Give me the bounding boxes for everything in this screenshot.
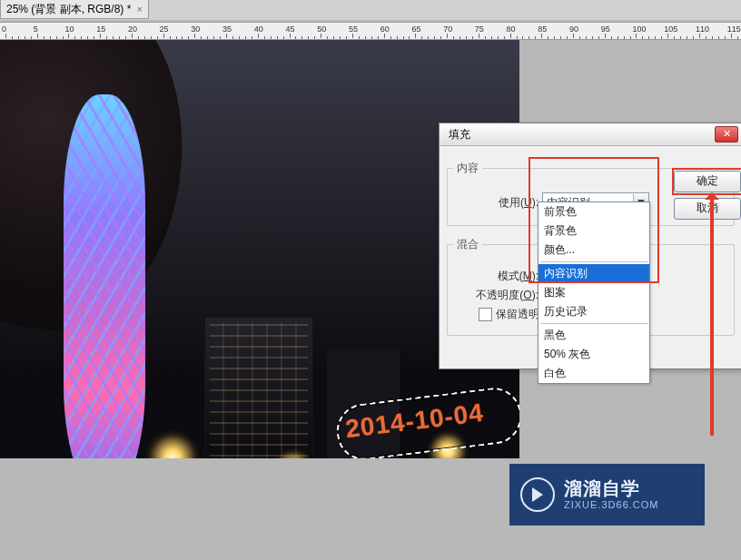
dropdown-option-content-aware[interactable]: 内容识别 xyxy=(538,264,649,283)
ruler-tick-label: 105 xyxy=(664,25,677,34)
horizontal-ruler: 0510152025303540455055606570758085909510… xyxy=(0,22,741,40)
ruler-tick-label: 55 xyxy=(349,25,358,34)
watermark-line2: ZIXUE.3D66.COM xyxy=(564,499,658,511)
ruler-tick-label: 75 xyxy=(475,25,484,34)
dialog-titlebar[interactable]: 填充 ✕ xyxy=(440,123,741,146)
ruler-tick-label: 95 xyxy=(601,25,610,34)
annotation-arrow-icon xyxy=(706,191,719,436)
tab-bar: 25% (背景 副本, RGB/8) * × xyxy=(0,0,741,20)
dialog-close-button[interactable]: ✕ xyxy=(715,126,738,142)
ruler-tick-label: 90 xyxy=(569,25,578,34)
close-icon: ✕ xyxy=(723,128,731,139)
ruler-tick-label: 35 xyxy=(222,25,232,34)
dropdown-option-black[interactable]: 黑色 xyxy=(538,326,649,345)
ruler-tick-label: 40 xyxy=(254,25,263,34)
ruler-tick-label: 30 xyxy=(191,25,200,34)
use-label: 使用(U): xyxy=(453,195,538,211)
ruler-tick-label: 115 xyxy=(727,25,741,34)
ruler-tick-label: 80 xyxy=(507,25,516,34)
ruler-tick-label: 25 xyxy=(160,25,169,34)
play-icon xyxy=(520,477,555,512)
date-stamp-selection[interactable]: 2014-10-04 xyxy=(344,398,486,444)
canton-tower xyxy=(64,94,145,458)
dropdown-option-pattern[interactable]: 图案 xyxy=(538,283,649,302)
ruler-tick-label: 5 xyxy=(34,25,38,34)
ruler-tick-label: 20 xyxy=(128,25,137,34)
preserve-transparency-checkbox[interactable] xyxy=(479,308,492,321)
ruler-tick-label: 60 xyxy=(380,25,390,34)
building xyxy=(204,317,313,458)
ruler-tick-label: 0 xyxy=(2,25,6,34)
content-legend: 内容 xyxy=(453,161,482,176)
document-tab[interactable]: 25% (背景 副本, RGB/8) * × xyxy=(0,0,149,19)
ruler-tick-label: 65 xyxy=(411,25,420,34)
ruler-tick-label: 110 xyxy=(696,25,709,34)
document-tab-title: 25% (背景 副本, RGB/8) * xyxy=(6,0,131,18)
ruler-tick-label: 45 xyxy=(286,25,295,34)
ruler-tick-label: 85 xyxy=(538,25,547,34)
blend-legend: 混合 xyxy=(453,237,482,252)
dialog-title-text: 填充 xyxy=(449,127,470,142)
ruler-tick-label: 10 xyxy=(64,25,74,34)
watermark-line1: 溜溜自学 xyxy=(564,477,658,499)
dropdown-option-background[interactable]: 背景色 xyxy=(538,221,649,241)
watermark-logo: 溜溜自学 ZIXUE.3D66.COM xyxy=(509,464,705,526)
opacity-label: 不透明度(O): xyxy=(453,288,538,303)
mode-label: 模式(M): xyxy=(453,269,538,284)
use-dropdown-list[interactable]: 前景色 背景色 颜色... 内容识别 图案 历史记录 黑色 50% 灰色 白色 xyxy=(538,201,650,384)
dropdown-option-white[interactable]: 白色 xyxy=(538,364,649,383)
dropdown-option-50gray[interactable]: 50% 灰色 xyxy=(538,345,649,364)
ruler-tick-label: 50 xyxy=(317,25,326,34)
dropdown-separator xyxy=(540,323,647,324)
close-icon[interactable]: × xyxy=(136,0,142,18)
ruler-tick-label: 100 xyxy=(632,25,646,34)
ruler-tick-label: 15 xyxy=(96,25,105,34)
dropdown-option-foreground[interactable]: 前景色 xyxy=(538,202,649,221)
dropdown-separator xyxy=(540,261,647,262)
ruler-tick-label: 70 xyxy=(443,25,452,34)
dropdown-option-color[interactable]: 颜色... xyxy=(538,241,649,260)
dropdown-option-history[interactable]: 历史记录 xyxy=(538,302,649,321)
